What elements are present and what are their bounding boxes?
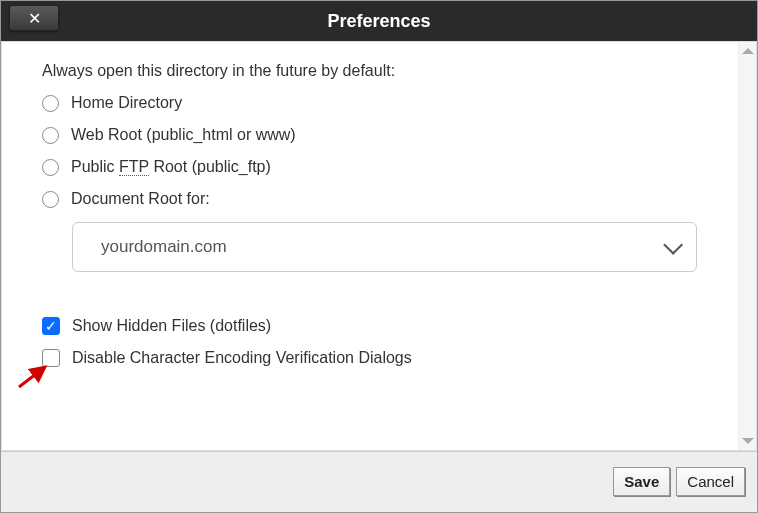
- checkbox-label: Show Hidden Files (dotfiles): [72, 317, 271, 335]
- radio-icon: [42, 191, 59, 208]
- default-dir-prompt: Always open this directory in the future…: [42, 62, 698, 80]
- scrollbar[interactable]: [738, 42, 756, 450]
- radio-home-directory[interactable]: Home Directory: [42, 94, 698, 112]
- radio-label: Document Root for:: [71, 190, 210, 208]
- radio-document-root[interactable]: Document Root for:: [42, 190, 698, 208]
- domain-select[interactable]: yourdomain.com: [72, 222, 697, 272]
- radio-label: Public FTP Root (public_ftp): [71, 158, 271, 176]
- chevron-down-icon: [663, 235, 683, 255]
- checkbox-label: Disable Character Encoding Verification …: [72, 349, 412, 367]
- radio-icon: [42, 159, 59, 176]
- close-button[interactable]: ✕: [9, 5, 59, 31]
- close-icon: ✕: [28, 9, 41, 28]
- select-value: yourdomain.com: [101, 237, 227, 257]
- radio-public-ftp[interactable]: Public FTP Root (public_ftp): [42, 158, 698, 176]
- dialog-footer: Save Cancel: [1, 451, 757, 511]
- scroll-down-icon: [742, 438, 754, 444]
- save-button[interactable]: Save: [613, 467, 670, 496]
- checkbox-icon: [42, 349, 60, 367]
- radio-label: Web Root (public_html or www): [71, 126, 296, 144]
- dialog-body: Always open this directory in the future…: [2, 42, 738, 450]
- checkbox-icon: ✓: [42, 317, 60, 335]
- dialog-title: Preferences: [1, 11, 757, 32]
- radio-label: Home Directory: [71, 94, 182, 112]
- radio-icon: [42, 95, 59, 112]
- scroll-up-icon: [742, 48, 754, 54]
- radio-web-root[interactable]: Web Root (public_html or www): [42, 126, 698, 144]
- checkbox-disable-encoding[interactable]: Disable Character Encoding Verification …: [42, 349, 698, 367]
- dialog-titlebar: ✕ Preferences: [1, 1, 757, 41]
- cancel-button[interactable]: Cancel: [676, 467, 745, 496]
- radio-icon: [42, 127, 59, 144]
- checkbox-show-hidden[interactable]: ✓ Show Hidden Files (dotfiles): [42, 317, 698, 335]
